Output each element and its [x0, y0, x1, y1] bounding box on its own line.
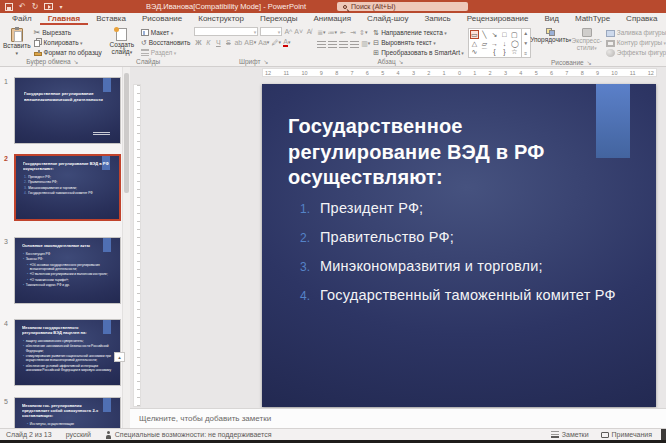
qat-customize-icon[interactable]: ▾: [59, 4, 62, 10]
tab-главная[interactable]: Главная: [40, 13, 89, 25]
accessibility-indicator[interactable]: Специальные возможности: не поддерживает…: [105, 431, 272, 439]
italic-button[interactable]: К: [204, 38, 212, 47]
align-right-button[interactable]: [339, 41, 348, 48]
font-color-button[interactable]: А: [283, 38, 291, 47]
slide-number-indicator[interactable]: Слайд 2 из 13: [6, 431, 52, 438]
tab-файл[interactable]: Файл: [4, 13, 40, 25]
slide-list-item[interactable]: 1.Президент РФ;: [300, 200, 640, 216]
shape-icon[interactable]: ☆: [511, 48, 518, 55]
drawing-dialog-launcher-icon[interactable]: ↘: [587, 59, 592, 66]
bullets-button[interactable]: ≣: [317, 28, 325, 37]
grow-font-button[interactable]: А^: [284, 27, 292, 36]
shape-icon[interactable]: ▢: [511, 31, 518, 38]
comments-toggle-button[interactable]: Примечания: [601, 431, 652, 438]
paste-button[interactable]: Вставить: [3, 27, 31, 57]
tab-рецензирование[interactable]: Рецензирование: [459, 13, 537, 25]
tab-вид[interactable]: Вид: [536, 13, 566, 25]
slide-list-item[interactable]: 4.Государственный таможенный комитет РФ: [300, 287, 640, 303]
shape-icon[interactable]: ↘: [491, 31, 498, 38]
shape-outline-button[interactable]: Контур фигуры: [606, 38, 666, 47]
tab-конструктор[interactable]: Конструктор: [190, 13, 252, 25]
tab-mathtype[interactable]: MathType: [567, 13, 618, 25]
shape-icon[interactable]: ⌒: [481, 48, 488, 55]
redo-icon[interactable]: ↻: [32, 3, 39, 11]
slide-list-item[interactable]: 2.Правительство РФ;: [300, 229, 640, 245]
columns-button[interactable]: ▥: [361, 39, 370, 48]
quick-styles-button[interactable]: Экспресс-стили: [571, 27, 603, 52]
notes-pane[interactable]: Щелкните, чтобы добавить заметки: [130, 408, 666, 428]
align-center-button[interactable]: [328, 41, 337, 48]
slide-thumbnail-4[interactable]: 4Механизм государственного регулирования…: [14, 319, 121, 386]
save-icon[interactable]: [5, 3, 13, 11]
slide-thumbnail-1[interactable]: 1Государственное регулирование внешнеэко…: [14, 77, 121, 144]
shapes-gallery-scroll[interactable]: ▲▼≡: [521, 29, 530, 57]
tab-анимация[interactable]: Анимация: [305, 13, 359, 25]
shape-icon[interactable]: ▱: [481, 40, 488, 47]
font-name-combobox[interactable]: [194, 27, 258, 36]
clear-formatting-button[interactable]: А̸: [305, 27, 313, 36]
start-slideshow-icon[interactable]: [44, 3, 53, 10]
new-slide-button[interactable]: Создать слайд: [106, 27, 138, 56]
slide-thumbnail-3[interactable]: 3Основные законодательные акты•Конституц…: [14, 237, 121, 304]
layout-button[interactable]: Макет: [141, 28, 191, 37]
decrease-indent-button[interactable]: ⇤: [339, 28, 347, 37]
clipboard-dialog-launcher-icon[interactable]: ↘: [74, 58, 79, 65]
shape-icon[interactable]: □: [501, 31, 508, 38]
justify-button[interactable]: [350, 41, 359, 48]
current-slide[interactable]: Государственное регулирование ВЭД в РФ о…: [262, 84, 656, 407]
text-direction-button[interactable]: ⇅Направление текста: [373, 28, 464, 37]
cut-button[interactable]: ✂Вырезать: [34, 28, 102, 37]
align-text-button[interactable]: ⊟Выровнять текст: [373, 38, 464, 47]
shape-icon[interactable]: ◯: [511, 40, 519, 47]
tab-вставка[interactable]: Вставка: [88, 13, 134, 25]
copy-button[interactable]: Копировать: [34, 38, 102, 47]
font-size-combobox[interactable]: [260, 27, 282, 36]
undo-icon[interactable]: ↶: [19, 3, 26, 11]
slide-thumbnail-5[interactable]: 5Механизм гос. регулирования представляе…: [14, 397, 121, 428]
slide-list-item[interactable]: 3.Минэкономразвития и торговли;: [300, 258, 640, 274]
shape-icon[interactable]: {: [491, 48, 498, 55]
shape-icon[interactable]: ╲: [481, 31, 488, 38]
shape-icon[interactable]: →: [491, 40, 498, 47]
paragraph-dialog-launcher-icon[interactable]: ↘: [399, 58, 404, 65]
align-left-button[interactable]: [317, 41, 326, 48]
strikethrough-button[interactable]: S: [224, 38, 232, 47]
shape-fill-button[interactable]: Заливка фигуры: [606, 28, 666, 37]
tab-запись[interactable]: Запись: [416, 13, 458, 25]
thumbnail-scroll-button[interactable]: ▴: [114, 352, 125, 362]
shrink-font-button[interactable]: А˅: [294, 27, 303, 36]
slide-title-textbox[interactable]: Государственное регулирование ВЭД в РФ о…: [288, 114, 618, 191]
shape-effects-button[interactable]: Эффекты фигуры: [606, 48, 666, 57]
font-dialog-launcher-icon[interactable]: ↘: [263, 58, 268, 65]
tab-переходы[interactable]: Переходы: [252, 13, 306, 25]
slide-body-textbox[interactable]: 1.Президент РФ;2.Правительство РФ;3.Минэ…: [300, 200, 640, 316]
underline-button[interactable]: Ч: [214, 38, 222, 47]
shape-icon[interactable]: ▭: [471, 31, 478, 38]
language-indicator[interactable]: русский: [66, 431, 91, 438]
highlight-color-button[interactable]: 🖉: [271, 38, 281, 47]
shape-icon[interactable]: }: [501, 48, 508, 55]
thumbnail-scrollbar[interactable]: [122, 67, 130, 428]
tab-слайд-шоу[interactable]: Слайд-шоу: [359, 13, 416, 25]
increase-indent-button[interactable]: ⇥: [349, 28, 357, 37]
section-button[interactable]: Раздел: [141, 48, 191, 57]
convert-smartart-button[interactable]: ⊞Преобразовать в SmartArt: [373, 48, 464, 57]
bold-button[interactable]: Ж: [194, 38, 202, 47]
text-shadow-button[interactable]: ab: [234, 38, 242, 47]
numbering-button[interactable]: ≔: [328, 28, 338, 37]
character-spacing-button[interactable]: АВ: [244, 38, 256, 47]
tab-справка[interactable]: Справка: [618, 13, 665, 25]
tab-рисование[interactable]: Рисование: [134, 13, 190, 25]
shape-icon[interactable]: ↓: [501, 40, 508, 47]
shape-icon[interactable]: △: [471, 40, 478, 47]
format-painter-button[interactable]: Формат по образцу: [34, 48, 102, 57]
arrange-button[interactable]: Упорядочить: [534, 27, 568, 44]
notes-toggle-button[interactable]: Заметки: [551, 431, 589, 438]
line-spacing-button[interactable]: ⇕: [359, 28, 367, 37]
shapes-gallery[interactable]: ▭╲↘□▢△▱→↓◯∿⌒{}☆ ▲▼≡: [468, 28, 531, 58]
search-box[interactable]: Поиск (Alt+Ы): [337, 2, 468, 11]
reset-button[interactable]: ↺Восстановить: [141, 38, 191, 47]
change-case-button[interactable]: Аа: [258, 38, 269, 47]
shape-icon[interactable]: ∿: [471, 48, 478, 55]
slide-thumbnail-2[interactable]: 2Государственное регулирование ВЭД в РФ …: [14, 154, 121, 221]
